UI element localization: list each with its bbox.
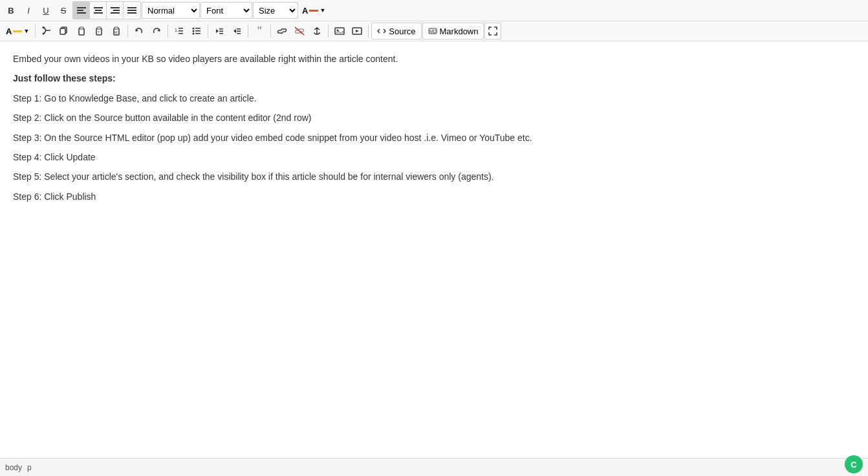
separator6 (270, 25, 271, 38)
source-button[interactable]: Source (371, 23, 421, 39)
svg-point-30 (193, 28, 195, 30)
expand-button[interactable] (484, 23, 501, 39)
font-color-letter: A (302, 6, 308, 16)
content-step6: Step 6: Click Publish (13, 189, 855, 204)
svg-rect-2 (77, 12, 86, 14)
cut-button[interactable] (38, 23, 55, 39)
redo-button[interactable] (148, 23, 165, 39)
svg-rect-0 (77, 7, 86, 8)
svg-rect-38 (219, 31, 223, 32)
ordered-list-button[interactable]: 1. (171, 23, 188, 39)
svg-marker-47 (335, 31, 344, 34)
content-line1: Embed your own videos in your KB so vide… (13, 52, 855, 66)
svg-rect-28 (179, 30, 183, 32)
bg-color-dropdown-icon: ▼ (23, 28, 29, 34)
separator4 (208, 25, 208, 38)
separator1 (35, 25, 36, 38)
svg-rect-41 (237, 28, 241, 30)
toolbar-row1: B I U S Normal Heading 1 Heading 2 Headi… (0, 0, 868, 21)
svg-rect-8 (111, 12, 120, 14)
svg-rect-17 (80, 27, 83, 29)
svg-rect-19 (97, 27, 101, 29)
separator2 (127, 25, 128, 38)
svg-rect-43 (237, 33, 241, 34)
svg-marker-25 (157, 29, 160, 32)
paste-word-button[interactable]: W (108, 23, 125, 39)
svg-rect-1 (77, 10, 83, 11)
blockquote-button[interactable]: " (251, 23, 268, 39)
svg-rect-29 (179, 33, 183, 34)
svg-marker-36 (216, 29, 219, 33)
separator8 (368, 25, 369, 38)
underline-button[interactable]: U (38, 2, 54, 19)
strikethrough-button[interactable]: S (55, 2, 72, 19)
svg-rect-33 (195, 28, 201, 29)
svg-text:T: T (98, 30, 100, 34)
svg-point-32 (193, 33, 195, 35)
svg-rect-3 (94, 7, 103, 8)
align-left-button[interactable] (73, 2, 90, 19)
svg-line-44 (295, 27, 304, 35)
bg-color-underline (13, 30, 22, 32)
markdown-button[interactable]: MD Markdown (422, 23, 484, 39)
svg-point-12 (43, 27, 45, 28)
separator7 (328, 25, 329, 38)
svg-marker-40 (233, 29, 236, 33)
font-size-select[interactable]: Size 8 10 12 14 16 18 24 (253, 2, 298, 19)
background-color-button[interactable]: A ▼ (3, 23, 32, 39)
separator5 (248, 25, 248, 38)
indent-less-button[interactable] (211, 23, 228, 39)
content-step3: Step 3: On the Source HTML editor (pop u… (13, 131, 855, 145)
content-step4: Step 4: Click Update (13, 150, 855, 164)
svg-point-13 (43, 33, 45, 35)
align-justify-button[interactable] (124, 2, 140, 19)
font-color-button[interactable]: A ▼ (299, 2, 329, 19)
font-family-select[interactable]: Font Arial Georgia Verdana (201, 2, 252, 19)
svg-rect-10 (127, 10, 136, 11)
separator3 (168, 25, 168, 38)
italic-button[interactable]: I (20, 2, 37, 19)
align-center-button[interactable] (90, 2, 107, 19)
svg-marker-49 (356, 30, 359, 32)
bold-button[interactable]: B (3, 2, 19, 19)
align-group (72, 1, 141, 19)
anchor-button[interactable] (309, 23, 325, 39)
svg-rect-42 (237, 31, 241, 32)
source-label: Source (389, 27, 415, 36)
media-button[interactable] (349, 23, 365, 39)
editor-area[interactable]: Embed your own videos in your KB so vide… (0, 41, 868, 442)
paste-button[interactable] (73, 23, 90, 39)
content-step1: Step 1: Go to Knowledge Base, and click … (13, 91, 855, 105)
font-color-underline (309, 10, 318, 12)
markdown-label: Markdown (440, 27, 479, 36)
copy-button[interactable] (56, 23, 72, 39)
svg-rect-9 (127, 7, 136, 8)
svg-point-31 (193, 30, 195, 32)
content-step5: Step 5: Select your article's section, a… (13, 169, 855, 184)
svg-marker-24 (136, 29, 138, 32)
indent-more-button[interactable] (228, 23, 245, 39)
paragraph-style-select[interactable]: Normal Heading 1 Heading 2 Heading 3 (142, 2, 200, 19)
image-button[interactable] (331, 23, 348, 39)
svg-rect-22 (114, 27, 118, 29)
svg-rect-11 (127, 12, 136, 14)
font-color-dropdown-icon: ▼ (320, 7, 325, 14)
paste-text-button[interactable]: T (91, 23, 107, 39)
content-line2: Just follow these steps: (13, 71, 855, 85)
unlink-button[interactable] (291, 23, 308, 39)
svg-rect-5 (94, 12, 103, 14)
unordered-list-button[interactable] (188, 23, 205, 39)
svg-rect-35 (195, 33, 201, 34)
align-right-button[interactable] (107, 2, 124, 19)
svg-rect-6 (111, 7, 120, 8)
link-button[interactable] (274, 23, 290, 39)
svg-rect-39 (219, 33, 223, 34)
svg-rect-4 (95, 10, 102, 11)
svg-rect-37 (219, 28, 223, 30)
svg-rect-7 (113, 10, 120, 11)
svg-rect-27 (179, 28, 183, 29)
toolbar-row2: A ▼ T W 1. " (0, 21, 868, 41)
undo-button[interactable] (131, 23, 147, 39)
svg-text:MD: MD (429, 29, 437, 34)
svg-rect-15 (60, 28, 65, 34)
